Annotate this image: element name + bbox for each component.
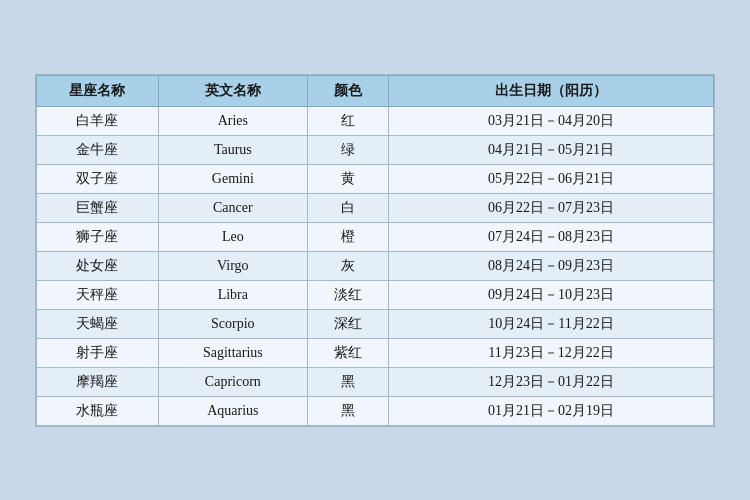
cell-english-name: Aries — [158, 106, 307, 135]
cell-color: 黑 — [307, 367, 388, 396]
cell-chinese-name: 摩羯座 — [37, 367, 159, 396]
cell-birth-date: 06月22日－07月23日 — [389, 193, 714, 222]
cell-color: 淡红 — [307, 280, 388, 309]
cell-chinese-name: 金牛座 — [37, 135, 159, 164]
header-english-name: 英文名称 — [158, 75, 307, 106]
cell-english-name: Taurus — [158, 135, 307, 164]
cell-color: 紫红 — [307, 338, 388, 367]
cell-color: 绿 — [307, 135, 388, 164]
cell-color: 黄 — [307, 164, 388, 193]
header-birth-date: 出生日期（阳历） — [389, 75, 714, 106]
cell-birth-date: 08月24日－09月23日 — [389, 251, 714, 280]
cell-birth-date: 04月21日－05月21日 — [389, 135, 714, 164]
cell-english-name: Leo — [158, 222, 307, 251]
cell-chinese-name: 巨蟹座 — [37, 193, 159, 222]
cell-birth-date: 03月21日－04月20日 — [389, 106, 714, 135]
table-row: 天蝎座Scorpio深红10月24日－11月22日 — [37, 309, 714, 338]
cell-birth-date: 07月24日－08月23日 — [389, 222, 714, 251]
table-row: 狮子座Leo橙07月24日－08月23日 — [37, 222, 714, 251]
cell-english-name: Gemini — [158, 164, 307, 193]
table-row: 射手座Sagittarius紫红11月23日－12月22日 — [37, 338, 714, 367]
cell-chinese-name: 天蝎座 — [37, 309, 159, 338]
cell-birth-date: 09月24日－10月23日 — [389, 280, 714, 309]
cell-english-name: Cancer — [158, 193, 307, 222]
cell-english-name: Aquarius — [158, 396, 307, 425]
cell-chinese-name: 射手座 — [37, 338, 159, 367]
cell-english-name: Libra — [158, 280, 307, 309]
cell-chinese-name: 白羊座 — [37, 106, 159, 135]
cell-english-name: Virgo — [158, 251, 307, 280]
table-row: 天秤座Libra淡红09月24日－10月23日 — [37, 280, 714, 309]
table-row: 巨蟹座Cancer白06月22日－07月23日 — [37, 193, 714, 222]
zodiac-table-container: 星座名称 英文名称 颜色 出生日期（阳历） 白羊座Aries红03月21日－04… — [35, 74, 715, 427]
cell-chinese-name: 双子座 — [37, 164, 159, 193]
cell-birth-date: 12月23日－01月22日 — [389, 367, 714, 396]
header-chinese-name: 星座名称 — [37, 75, 159, 106]
table-row: 金牛座Taurus绿04月21日－05月21日 — [37, 135, 714, 164]
table-row: 水瓶座Aquarius黑01月21日－02月19日 — [37, 396, 714, 425]
cell-color: 白 — [307, 193, 388, 222]
cell-chinese-name: 狮子座 — [37, 222, 159, 251]
cell-chinese-name: 天秤座 — [37, 280, 159, 309]
table-header-row: 星座名称 英文名称 颜色 出生日期（阳历） — [37, 75, 714, 106]
table-row: 双子座Gemini黄05月22日－06月21日 — [37, 164, 714, 193]
cell-color: 红 — [307, 106, 388, 135]
cell-color: 灰 — [307, 251, 388, 280]
cell-color: 黑 — [307, 396, 388, 425]
table-row: 白羊座Aries红03月21日－04月20日 — [37, 106, 714, 135]
cell-birth-date: 10月24日－11月22日 — [389, 309, 714, 338]
header-color: 颜色 — [307, 75, 388, 106]
cell-chinese-name: 水瓶座 — [37, 396, 159, 425]
table-row: 处女座Virgo灰08月24日－09月23日 — [37, 251, 714, 280]
cell-birth-date: 01月21日－02月19日 — [389, 396, 714, 425]
zodiac-table: 星座名称 英文名称 颜色 出生日期（阳历） 白羊座Aries红03月21日－04… — [36, 75, 714, 426]
cell-english-name: Sagittarius — [158, 338, 307, 367]
table-row: 摩羯座Capricorn黑12月23日－01月22日 — [37, 367, 714, 396]
cell-birth-date: 05月22日－06月21日 — [389, 164, 714, 193]
cell-chinese-name: 处女座 — [37, 251, 159, 280]
cell-color: 深红 — [307, 309, 388, 338]
cell-english-name: Scorpio — [158, 309, 307, 338]
cell-color: 橙 — [307, 222, 388, 251]
cell-birth-date: 11月23日－12月22日 — [389, 338, 714, 367]
cell-english-name: Capricorn — [158, 367, 307, 396]
